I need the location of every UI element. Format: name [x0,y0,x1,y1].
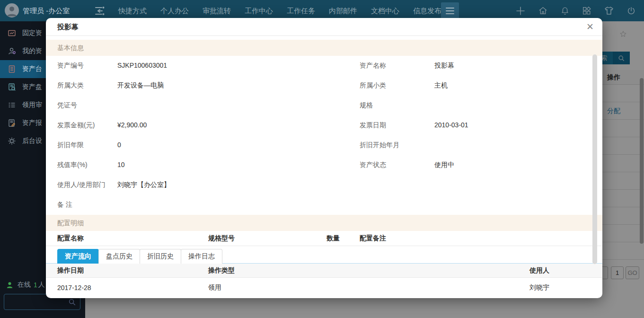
add-icon[interactable] [515,5,526,17]
tab-asset-flow[interactable]: 资产流向 [57,249,99,264]
config-col-remark: 配置备注 [360,234,591,243]
user-avatar[interactable] [5,3,19,18]
modal-tabs: 资产流向 盘点历史 折旧历史 操作日志 [46,249,602,264]
field-row: 残值率(%)10 资产状态使用中 [46,155,602,175]
sidebar-item-label: 资产台 [22,65,42,73]
tab-depreciation-history[interactable]: 折旧历史 [140,249,181,264]
field-row: 备 注 [46,195,602,215]
field-row: 折旧年限0 折旧开始年月 [46,135,602,155]
chart-icon [8,29,16,37]
apps-grid-icon[interactable] [582,6,592,16]
field-value: 主机 [434,81,448,90]
history-table-header: 操作日期 操作类型 使用人 [46,264,602,278]
field-row: 凭证号 规格 [46,96,602,115]
field-value: 开发设备—电脑 [117,81,164,90]
close-icon[interactable]: ✕ [586,18,594,36]
history-col-type: 操作类型 [208,266,529,275]
field-row: 所属大类开发设备—电脑 所属小类主机 [46,76,602,96]
online-unit: 人 [38,281,45,289]
inventory-search-icon [8,83,16,91]
power-logout-icon[interactable] [626,6,636,16]
modal-scrollbar-thumb[interactable] [592,54,597,264]
online-label: 在线 [18,281,31,289]
field-value: 刘晓宇【办公室】 [117,181,170,189]
field-label: 残值率(%) [57,161,117,169]
history-type: 领用 [208,283,529,292]
sidebar-item-label: 资产报 [22,119,42,127]
ledger-icon [8,65,16,73]
field-value: SJKP100603001 [117,62,167,70]
config-table-header: 配置名称 规格型号 数量 配置备注 [46,231,602,246]
field-label: 折旧年限 [57,141,117,150]
gear-icon [8,137,16,145]
user-icon [8,47,16,55]
field-row: 使用人/使用部门刘晓宇【办公室】 [46,175,602,195]
theme-shirt-icon[interactable] [603,5,615,17]
modal-title-bar: 投影幕 ✕ [46,18,602,36]
modal-title: 投影幕 [46,18,602,36]
section-header-basic-info: 基本信息 [46,40,602,56]
field-label: 资产名称 [360,62,434,70]
sidebar-item-label: 资产盘 [22,83,42,91]
field-value: 投影幕 [434,62,454,70]
field-label: 凭证号 [57,101,117,110]
field-value: ¥2,900.00 [117,121,147,130]
field-label: 规格 [360,101,434,110]
config-col-name: 配置名称 [57,234,208,243]
field-label: 所属大类 [57,81,117,90]
history-date: 2017-12-28 [57,284,208,292]
tab-operation-log[interactable]: 操作日志 [181,249,222,264]
field-label: 资产状态 [360,161,434,169]
history-col-date: 操作日期 [57,266,208,275]
report-pen-icon [8,119,16,127]
field-label: 备 注 [57,201,117,209]
person-icon [5,3,19,18]
online-count: 1 [34,281,37,289]
field-value: 10 [117,161,125,169]
field-label: 折旧开始年月 [360,141,434,150]
config-col-qty: 数量 [326,234,360,243]
asset-detail-modal: 投影幕 ✕ 基本信息 资产编号SJKP100603001 资产名称投影幕 所属大… [46,18,602,298]
field-row: 发票金额(元)¥2,900.00 发票日期2010-03-01 [46,115,602,135]
notification-bell-icon[interactable] [560,6,570,16]
home-icon[interactable] [538,5,548,16]
history-col-user: 使用人 [529,266,591,275]
field-row: 资产编号SJKP100603001 资产名称投影幕 [46,56,602,76]
section-header-config-detail: 配置明细 [46,215,602,231]
history-user: 刘晓宇 [529,283,591,292]
online-person-icon [6,281,14,289]
config-col-model: 规格型号 [208,234,326,243]
field-value: 2010-03-01 [434,121,468,130]
sidebar-item-label: 领用审 [22,101,42,109]
sidebar-item-label: 我的资 [22,47,42,55]
sidebar-item-label: 后台设 [22,137,42,145]
collapse-menu-icon[interactable] [93,6,106,18]
list-icon [8,101,16,109]
field-label: 发票金额(元) [57,121,117,130]
field-value: 0 [117,141,121,150]
field-label: 发票日期 [360,121,434,130]
tab-inventory-history[interactable]: 盘点历史 [98,249,140,264]
history-table-row[interactable]: 2017-12-28 领用 刘晓宇 [46,278,602,298]
field-label: 所属小类 [360,81,434,90]
field-label: 资产编号 [57,62,117,70]
search-icon[interactable] [68,298,76,308]
hamburger-icon [445,7,455,15]
field-value: 使用中 [434,161,454,169]
hamburger-menu-button[interactable] [441,2,459,19]
sidebar-item-label: 固定资 [22,29,42,37]
online-users-status: 在线 1 人 [6,281,45,289]
field-label: 使用人/使用部门 [57,181,117,189]
